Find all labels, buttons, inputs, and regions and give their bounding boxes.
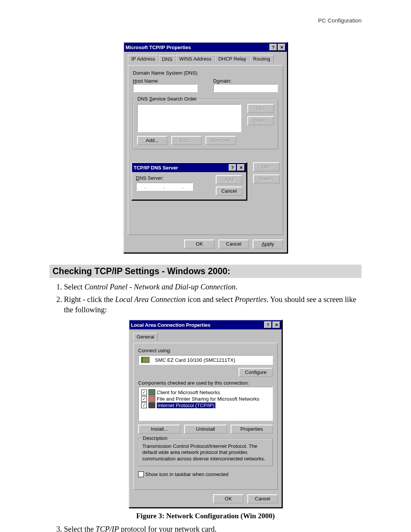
adapter-field: SMC EZ Card 10/100 (SMC1211TX) xyxy=(138,355,273,365)
uninstall-button[interactable]: Uninstall xyxy=(184,425,226,434)
description-label: Description xyxy=(142,435,169,441)
checkbox-icon[interactable]: ✓ xyxy=(141,396,147,402)
tabs: IP Address DNS WINS Address DHCP Relay R… xyxy=(128,55,283,63)
tab-general[interactable]: General xyxy=(133,333,158,341)
lan-properties-dialog: Local Area Connection Properties ? ✕ Gen… xyxy=(129,320,282,508)
ok-button[interactable]: OK xyxy=(184,240,215,249)
up-button[interactable]: Up↑ xyxy=(247,104,274,113)
show-icon-checkbox[interactable]: Show icon in taskbar when connected xyxy=(138,471,273,477)
domain-input[interactable] xyxy=(213,84,278,92)
cancel-button[interactable]: Cancel xyxy=(218,240,249,249)
components-list[interactable]: ✓ Client for Microsoft Networks ✓ File a… xyxy=(138,387,273,421)
host-name-input[interactable] xyxy=(133,84,198,92)
computer-icon xyxy=(148,389,155,395)
help-icon[interactable]: ? xyxy=(264,321,272,328)
figure-caption: Figure 3: Network Configuration (Win 200… xyxy=(49,512,362,520)
apply-button[interactable]: Apply xyxy=(253,240,283,249)
properties-button[interactable]: Properties xyxy=(231,425,273,434)
description-text: Transmission Control Protocol/Internet P… xyxy=(142,443,269,462)
add-button[interactable]: Add... xyxy=(137,136,167,145)
component-tcpip[interactable]: ✓ Internet Protocol (TCP/IP) xyxy=(141,402,270,408)
ok-button[interactable]: OK xyxy=(213,494,244,503)
page-header-right: PC Configuration xyxy=(318,17,362,24)
component-fileshare[interactable]: ✓ File and Printer Sharing for Microsoft… xyxy=(141,396,270,402)
tcpip-properties-dialog: Microsoft TCP/IP Properties ? ✕ IP Addre… xyxy=(123,42,288,253)
tab-routing[interactable]: Routing xyxy=(250,55,274,63)
tab-dns[interactable]: DNS xyxy=(159,55,176,63)
help-icon[interactable]: ? xyxy=(269,44,277,51)
edit-button[interactable]: Edit... xyxy=(171,136,202,145)
protocol-icon xyxy=(148,402,155,408)
configure-button[interactable]: Configure xyxy=(239,368,273,377)
connect-using-label: Connect using: xyxy=(138,348,273,353)
remove-button[interactable]: Remove xyxy=(206,136,236,145)
dns-group-label: Domain Name System (DNS) xyxy=(133,70,278,76)
dns-search-list[interactable] xyxy=(137,104,241,132)
help-icon[interactable]: ? xyxy=(229,164,236,171)
close-icon[interactable]: ✕ xyxy=(237,164,245,171)
nic-icon xyxy=(141,357,150,363)
down-button-2[interactable]: Down↓ xyxy=(253,174,280,184)
step-3: Select the TCP/IP protocol for your netw… xyxy=(64,524,362,532)
cancel-button[interactable]: Cancel xyxy=(247,494,278,503)
dns-server-label: DNS Server: xyxy=(136,175,211,181)
dns-cancel-button[interactable]: Cancel xyxy=(216,187,242,196)
host-name-label: Host Name: xyxy=(133,78,198,84)
domain-label: Domain: xyxy=(213,78,278,84)
lan-dialog-title: Local Area Connection Properties xyxy=(131,322,210,328)
close-icon[interactable]: ✕ xyxy=(278,44,285,51)
checkbox-icon[interactable]: ✓ xyxy=(141,390,147,395)
dns-server-dialog-title: TCP/IP DNS Server xyxy=(134,165,178,171)
dns-server-ip-input[interactable]: ... xyxy=(136,182,193,191)
dialog-title: Microsoft TCP/IP Properties xyxy=(126,45,191,50)
tab-ip-address[interactable]: IP Address xyxy=(128,55,159,63)
section-heading: Checking TCP/IP Settings - Windows 2000: xyxy=(49,265,362,278)
tab-dhcp-relay[interactable]: DHCP Relay xyxy=(215,55,250,63)
step-2: Right - click the Local Area Connection … xyxy=(64,294,362,315)
dns-add-button[interactable]: Add xyxy=(216,175,242,184)
component-client[interactable]: ✓ Client for Microsoft Networks xyxy=(141,389,270,395)
close-icon[interactable]: ✕ xyxy=(272,321,280,328)
down-button[interactable]: Down↓ xyxy=(247,116,274,125)
tcpip-selected: Internet Protocol (TCP/IP) xyxy=(157,403,215,408)
tab-wins-address[interactable]: WINS Address xyxy=(176,55,215,63)
checkbox-icon[interactable]: ✓ xyxy=(141,403,147,408)
share-icon xyxy=(148,396,155,402)
steps-list-1: Select Control Panel - Network and Dial-… xyxy=(49,282,362,315)
components-label: Components checked are used by this conn… xyxy=(138,380,273,386)
install-button[interactable]: Install... xyxy=(138,425,180,434)
adapter-name: SMC EZ Card 10/100 (SMC1211TX) xyxy=(155,357,235,363)
up-button-2[interactable]: Up↑ xyxy=(253,162,280,171)
tcpip-dns-server-dialog: TCP/IP DNS Server ? ✕ DNS Server: xyxy=(131,162,247,200)
step-1: Select Control Panel - Network and Dial-… xyxy=(64,282,362,292)
search-order-label: DNS Service Search Order xyxy=(136,96,198,102)
dialog-titlebar: Microsoft TCP/IP Properties ? ✕ xyxy=(124,43,287,52)
checkbox-icon[interactable] xyxy=(138,471,144,477)
steps-list-2: Select the TCP/IP protocol for your netw… xyxy=(49,524,362,532)
